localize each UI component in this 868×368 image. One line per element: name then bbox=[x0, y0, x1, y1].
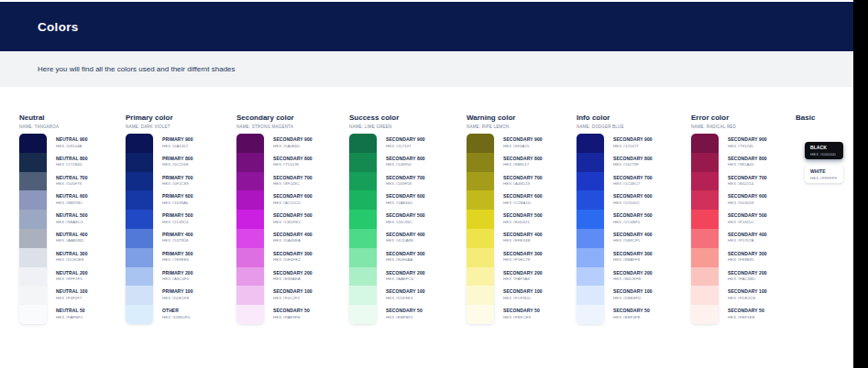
swatch-error-700 bbox=[691, 172, 719, 191]
swatch-warning-700 bbox=[467, 172, 494, 191]
shade-name: SECONDARY 50 bbox=[613, 305, 653, 313]
swatch-label-secondary-700: SECONDARY 700HEX #8F149C bbox=[273, 172, 313, 191]
shade-name: SECONDARY 900 bbox=[613, 134, 653, 142]
swatch-info-500 bbox=[577, 210, 604, 229]
shade-name: SECONDARY 50 bbox=[503, 305, 543, 313]
shade-hex: HEX #EFE34B bbox=[503, 238, 543, 243]
shade-name: SECONDARY 900 bbox=[386, 134, 425, 142]
shade-hex: HEX #26C96C bbox=[386, 220, 425, 224]
swatch-success-400 bbox=[349, 229, 377, 248]
shade-hex: HEX #CB1FE2 bbox=[273, 220, 313, 224]
shade-hex: HEX #6F6A15 bbox=[503, 144, 543, 148]
swatch-label-secondary-600: SECONDARY 600HEX #AC15C0 bbox=[273, 190, 313, 210]
shade-name: SECONDARY 500 bbox=[613, 210, 653, 218]
swatch-info-900 bbox=[577, 134, 604, 153]
swatch-label-success-700: SECONDARY 700HEX #169F58 bbox=[386, 172, 425, 191]
shade-hex: HEX #DCE0E8 bbox=[56, 257, 88, 262]
swatch-label-info-800: SECONDARY 800HEX #16279F bbox=[613, 153, 653, 172]
swatch-info-600 bbox=[577, 190, 604, 210]
shade-name: SECONDARY 200 bbox=[273, 267, 313, 276]
shade-name: PRIMARY 900 bbox=[162, 134, 193, 142]
swatch-warning-50 bbox=[467, 305, 494, 324]
swatch-label-neutral-900: NEUTRAL 900HEX #09104A bbox=[56, 134, 88, 153]
swatch-label-neutral-600: NEUTRAL 600HEX #8B97BC bbox=[56, 190, 88, 210]
swatch-success-900 bbox=[349, 134, 377, 153]
shade-name: NEUTRAL 200 bbox=[56, 267, 88, 276]
shade-hex: HEX #FAE9FB bbox=[273, 315, 313, 319]
swatch-warning-400 bbox=[467, 229, 494, 248]
shade-hex: HEX #0C2168 bbox=[162, 162, 193, 167]
shade-name: SECONDARY 800 bbox=[273, 153, 313, 161]
shade-hex: HEX #D9EDFD bbox=[162, 315, 193, 319]
swatch-success-200 bbox=[349, 267, 377, 287]
swatch-success-800 bbox=[349, 153, 377, 172]
swatch-label-primary-600: PRIMARY 600HEX #1638A6 bbox=[162, 190, 193, 210]
swatch-label-secondary-200: SECONDARY 200HEX #E89AEA bbox=[273, 267, 313, 287]
swatch-primary-700 bbox=[126, 172, 153, 191]
shade-hex: HEX #F5EC78 bbox=[503, 257, 543, 262]
swatch-secondary-800 bbox=[236, 153, 264, 172]
swatch-label-secondary-500: SECONDARY 500HEX #CB1FE2 bbox=[273, 210, 313, 229]
shade-name: SECONDARY 400 bbox=[728, 229, 767, 237]
column-title-basic: Basic bbox=[796, 114, 843, 122]
shade-name: SECONDARY 400 bbox=[503, 229, 543, 237]
shade-hex: HEX #121677 bbox=[613, 144, 653, 148]
swatch-label-primary-200: PRIMARY 200HEX #A9C4F0 bbox=[162, 267, 193, 287]
shade-name: SECONDARY 500 bbox=[273, 210, 313, 218]
shade-hex: HEX #8B8517 bbox=[503, 162, 543, 167]
shade-hex: HEX #FAFBFC bbox=[56, 315, 88, 319]
swatch-stack-warning bbox=[467, 134, 494, 324]
swatch-neutral-100 bbox=[19, 286, 47, 305]
shade-hex: HEX #F5707A bbox=[728, 238, 767, 243]
swatch-stack-primary bbox=[126, 134, 153, 324]
shade-name: SECONDARY 700 bbox=[386, 172, 425, 180]
swatch-label-info-500: SECONDARY 500HEX #2C6BF0 bbox=[613, 210, 653, 229]
shade-hex: HEX #7E9EE6 bbox=[162, 257, 193, 262]
swatch-error-500 bbox=[691, 210, 719, 229]
column-title-error: Error color bbox=[691, 114, 736, 122]
shade-name: PRIMARY 400 bbox=[162, 229, 193, 237]
swatch-info-800 bbox=[577, 153, 604, 172]
swatch-label-error-500: SECONDARY 500HEX #F2455C bbox=[728, 210, 767, 229]
swatch-label-warning-700: SECONDARY 700HEX #A49D19 bbox=[503, 172, 543, 191]
swatch-label-secondary-900: SECONDARY 900HEX #5A0B60 bbox=[273, 134, 313, 153]
swatch-label-primary-500: PRIMARY 500HEX #2149C4 bbox=[162, 210, 193, 229]
swatch-info-50 bbox=[577, 305, 604, 324]
swatch-label-info-300: SECONDARY 300HEX #8BAFF8 bbox=[613, 248, 653, 267]
swatch-label-primary-800: PRIMARY 800HEX #0C2168 bbox=[162, 153, 193, 172]
shade-hex: HEX #505F79 bbox=[56, 181, 88, 186]
swatch-warning-200 bbox=[467, 267, 494, 287]
shade-hex: HEX #B6CEFB bbox=[613, 276, 653, 281]
swatch-labels-info: SECONDARY 900HEX #121677SECONDARY 800HEX… bbox=[613, 134, 653, 324]
swatch-info-100 bbox=[577, 286, 604, 305]
swatch-labels-secondary: SECONDARY 900HEX #5A0B60SECONDARY 800HEX… bbox=[273, 134, 313, 324]
shade-name: SECONDARY 300 bbox=[613, 248, 653, 256]
color-column-info: Info colorNAME: DODGER BLUESECONDARY 900… bbox=[577, 114, 624, 129]
swatch-label-neutral-500: NEUTRAL 500HEX #9BA8C3 bbox=[56, 210, 88, 229]
shade-hex: HEX #DE6FE2 bbox=[273, 257, 313, 262]
swatch-neutral-400 bbox=[19, 229, 47, 248]
shade-hex: HEX #9BA8C3 bbox=[56, 220, 88, 224]
swatch-warning-300 bbox=[467, 248, 494, 267]
swatch-label-neutral-300: NEUTRAL 300HEX #DCE0E8 bbox=[56, 248, 88, 267]
shade-hex: HEX #D03059 bbox=[728, 200, 767, 205]
shade-hex: HEX #791245 bbox=[728, 144, 767, 148]
swatch-label-secondary-50: SECONDARY 50HEX #FAE9FB bbox=[273, 305, 313, 324]
swatch-label-info-400: SECONDARY 400HEX #5E8CF5 bbox=[613, 229, 653, 248]
swatch-neutral-500 bbox=[19, 210, 47, 229]
column-title-warning: Warning color bbox=[467, 114, 515, 122]
swatch-warning-600 bbox=[467, 190, 494, 210]
swatch-label-secondary-300: SECONDARY 300HEX #DE6FE2 bbox=[273, 248, 313, 267]
shade-hex: HEX #172B4D bbox=[56, 162, 88, 167]
swatch-success-300 bbox=[349, 248, 377, 267]
swatch-neutral-50 bbox=[19, 305, 47, 324]
swatch-success-100 bbox=[349, 286, 377, 305]
shade-hex: HEX #0A1457 bbox=[162, 144, 193, 148]
swatch-label-success-600: SECONDARY 600HEX #1AB460 bbox=[386, 190, 425, 210]
column-color-name-success: NAME: LIME GREEN bbox=[349, 124, 399, 129]
shade-name: SECONDARY 600 bbox=[728, 190, 767, 199]
shade-name: SECONDARY 300 bbox=[728, 248, 767, 256]
column-title-success: Success color bbox=[349, 114, 399, 122]
column-title-primary: Primary color bbox=[126, 114, 173, 122]
swatch-label-warning-800: SECONDARY 800HEX #8B8517 bbox=[503, 153, 543, 172]
